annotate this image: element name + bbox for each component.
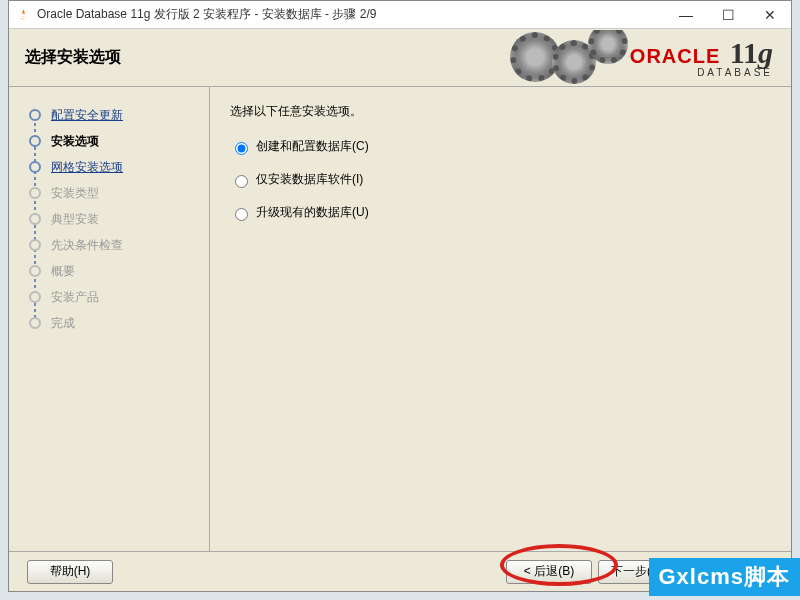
install-option-label: 升级现有的数据库(U) [256, 204, 369, 221]
close-button[interactable]: ✕ [749, 2, 791, 28]
step-dot-icon [29, 109, 41, 121]
sidebar-step-3: 安装类型 [29, 181, 201, 205]
step-dot-icon [29, 317, 41, 329]
step-label: 典型安装 [51, 211, 99, 228]
step-dot-icon [29, 239, 41, 251]
step-dot-icon [29, 213, 41, 225]
gears-graphic [500, 30, 630, 86]
watermark: Gxlcms脚本 [649, 558, 801, 596]
step-dot-icon [29, 265, 41, 277]
step-dot-icon [29, 161, 41, 173]
main-area: 配置安全更新安装选项网格安装选项安装类型典型安装先决条件检查概要安装产品完成 选… [9, 87, 791, 551]
header: 选择安装选项 ORACLE 11g DATABASE [9, 29, 791, 87]
content-prompt: 选择以下任意安装选项。 [230, 103, 771, 120]
sidebar-step-4: 典型安装 [29, 207, 201, 231]
window-controls: — ☐ ✕ [665, 2, 791, 28]
step-dot-icon [29, 291, 41, 303]
sidebar-step-7: 安装产品 [29, 285, 201, 309]
version-badge: 11g [730, 38, 773, 68]
java-icon [15, 7, 31, 23]
sidebar-step-0[interactable]: 配置安全更新 [29, 103, 201, 127]
sidebar-step-5: 先决条件检查 [29, 233, 201, 257]
step-label: 完成 [51, 315, 75, 332]
install-option-label: 仅安装数据库软件(I) [256, 171, 363, 188]
install-option-1[interactable]: 仅安装数据库软件(I) [230, 171, 771, 188]
install-option-label: 创建和配置数据库(C) [256, 138, 369, 155]
titlebar: Oracle Database 11g 发行版 2 安装程序 - 安装数据库 -… [9, 1, 791, 29]
maximize-button[interactable]: ☐ [707, 2, 749, 28]
step-label: 安装类型 [51, 185, 99, 202]
sidebar-step-8: 完成 [29, 311, 201, 335]
back-button[interactable]: < 后退(B) [506, 560, 592, 584]
step-label: 配置安全更新 [51, 107, 123, 124]
install-option-0[interactable]: 创建和配置数据库(C) [230, 138, 771, 155]
sidebar-step-1: 安装选项 [29, 129, 201, 153]
window-title: Oracle Database 11g 发行版 2 安装程序 - 安装数据库 -… [37, 6, 665, 23]
help-button[interactable]: 帮助(H) [27, 560, 113, 584]
step-label: 先决条件检查 [51, 237, 123, 254]
step-label: 安装产品 [51, 289, 99, 306]
step-label: 安装选项 [51, 133, 99, 150]
step-dot-icon [29, 187, 41, 199]
step-dot-icon [29, 135, 41, 147]
page-title: 选择安装选项 [25, 47, 500, 68]
sidebar-step-2[interactable]: 网格安装选项 [29, 155, 201, 179]
step-label: 网格安装选项 [51, 159, 123, 176]
step-label: 概要 [51, 263, 75, 280]
oracle-logo: ORACLE 11g DATABASE [630, 38, 773, 78]
content-panel: 选择以下任意安装选项。 创建和配置数据库(C)仅安装数据库软件(I)升级现有的数… [209, 87, 791, 551]
install-option-radio-2[interactable] [235, 208, 248, 221]
install-option-2[interactable]: 升级现有的数据库(U) [230, 204, 771, 221]
sidebar-step-6: 概要 [29, 259, 201, 283]
install-option-radio-0[interactable] [235, 142, 248, 155]
sidebar: 配置安全更新安装选项网格安装选项安装类型典型安装先决条件检查概要安装产品完成 [9, 87, 209, 551]
install-option-radio-1[interactable] [235, 175, 248, 188]
minimize-button[interactable]: — [665, 2, 707, 28]
installer-window: Oracle Database 11g 发行版 2 安装程序 - 安装数据库 -… [8, 0, 792, 592]
